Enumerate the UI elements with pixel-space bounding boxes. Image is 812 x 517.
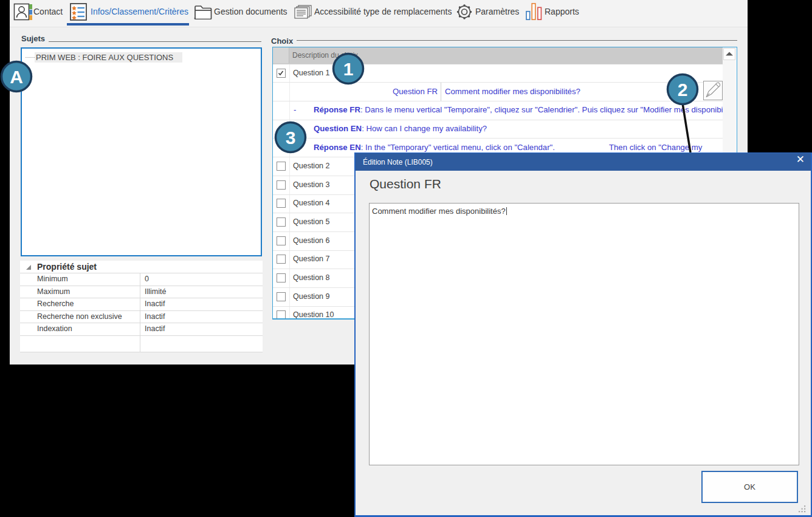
svg-text:1: 1 [343,59,354,79]
svg-text:2: 2 [678,80,688,100]
svg-text:3: 3 [286,128,296,148]
svg-text:A: A [10,67,23,87]
